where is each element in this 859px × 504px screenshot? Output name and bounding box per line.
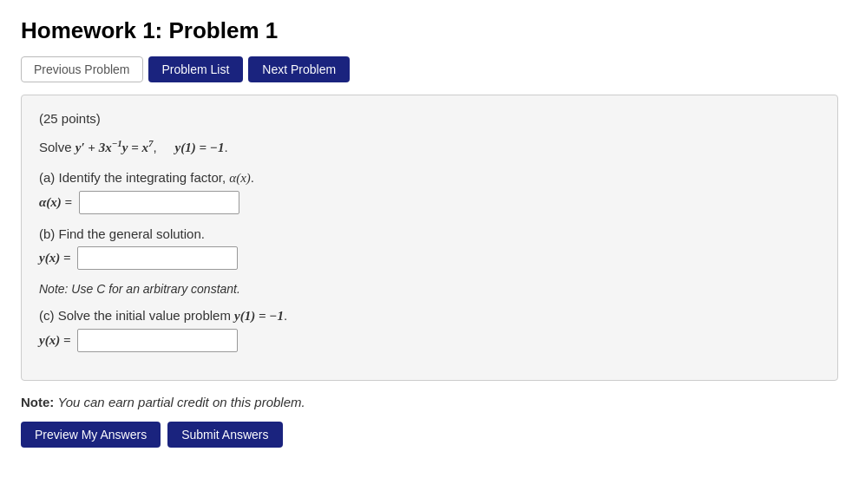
- next-problem-button[interactable]: Next Problem: [248, 56, 350, 82]
- bottom-buttons: Preview My Answers Submit Answers: [21, 422, 838, 448]
- part-c-eq-label: y(x) =: [39, 333, 70, 348]
- part-b-eq-label: y(x) =: [39, 251, 70, 265]
- page-title: Homework 1: Problem 1: [21, 17, 838, 44]
- nav-buttons: Previous Problem Problem List Next Probl…: [21, 56, 838, 82]
- part-b-answer-row: y(x) =: [39, 246, 820, 270]
- bottom-note: Note: You can earn partial credit on thi…: [21, 395, 838, 409]
- part-a-answer-row: α(x) =: [39, 191, 820, 214]
- note-bold: Note:: [21, 395, 54, 409]
- initial-condition: y(1) = −1: [175, 141, 225, 154]
- part-c-input[interactable]: [77, 329, 238, 352]
- problem-list-button[interactable]: Problem List: [148, 56, 244, 82]
- part-b-input[interactable]: [77, 246, 238, 270]
- prev-problem-button[interactable]: Previous Problem: [21, 56, 143, 82]
- solve-text: Solve: [39, 140, 75, 154]
- note-italic: You can earn partial credit on this prob…: [58, 395, 305, 409]
- part-a-eq-label: α(x) =: [39, 195, 72, 210]
- part-c-label: (c) Solve the initial value problem y(1)…: [39, 308, 820, 324]
- problem-box: (25 points) Solve y′ + 3x−1y = x7, y(1) …: [21, 95, 838, 381]
- part-b-label: (b) Find the general solution.: [39, 226, 820, 241]
- main-equation: Solve y′ + 3x−1y = x7, y(1) = −1.: [39, 136, 820, 158]
- points-label: (25 points): [39, 111, 820, 126]
- part-a-input[interactable]: [79, 191, 239, 214]
- equation-display: y′ + 3x−1y = x7: [75, 141, 154, 154]
- arbitrary-constant-note: Note: Use C for an arbitrary constant.: [39, 282, 820, 296]
- preview-answers-button[interactable]: Preview My Answers: [21, 422, 161, 448]
- part-a-label: (a) Identify the integrating factor, α(x…: [39, 170, 820, 186]
- submit-answers-button[interactable]: Submit Answers: [167, 422, 282, 448]
- part-c-answer-row: y(x) =: [39, 329, 820, 352]
